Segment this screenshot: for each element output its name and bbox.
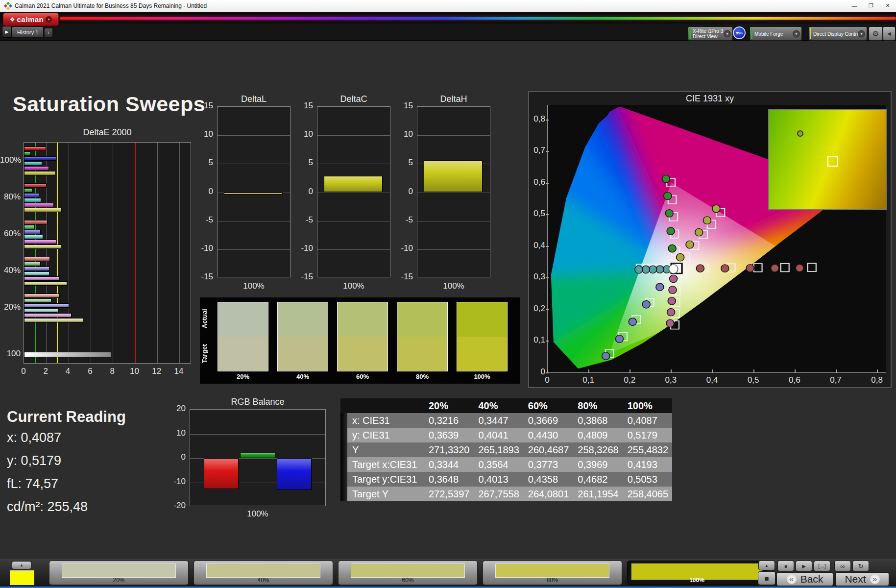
cie-measured-yellow-100	[712, 205, 720, 212]
table-cell: 261,1954	[573, 487, 622, 501]
continuous-measure-button[interactable]: [→]	[814, 561, 830, 571]
maximize-button[interactable]: ❐	[863, 0, 879, 11]
current-reading-x: x: 0,4087	[7, 430, 61, 445]
cie1931-title: CIE 1931 xy	[529, 94, 891, 104]
cie-y-tick-0,1: 0,1	[530, 335, 545, 345]
patch-thumb-80%[interactable]: 80%	[483, 561, 622, 585]
gridline	[218, 164, 290, 164]
deltaC-y-axis: 151050-5-10-15	[296, 106, 315, 277]
patch-thumb-20%[interactable]: 20%	[49, 561, 189, 585]
calman-app-window: { "window": {"title": "Calman 2021 Calma…	[0, 0, 896, 588]
infinite-repeat-button[interactable]: ∞	[834, 561, 851, 571]
cie-x-tick-0,2: 0,2	[621, 375, 638, 385]
cie-measured-green-100	[662, 175, 670, 182]
deltae-bar-blue-60%	[24, 230, 41, 234]
patch-popup-button[interactable]: ▲	[12, 561, 31, 569]
swatch-actual-100%	[457, 302, 507, 337]
patch-thumb-label-20%: 20%	[49, 577, 188, 584]
swatch-actual-80%	[397, 302, 447, 337]
cie-y-tick-0,7: 0,7	[530, 146, 545, 155]
display-control-dropdown[interactable]: Direct Display Control ▼	[808, 26, 867, 41]
current-reading-title: Current Reading	[7, 408, 126, 426]
current-patch-swatch[interactable]	[10, 570, 34, 585]
cie-measured-green-20	[668, 245, 676, 252]
table-cell: 0,5053	[623, 472, 672, 487]
table-cell: 264,0801	[523, 487, 573, 501]
table-left-strip	[340, 398, 347, 413]
table-row-Target y:CIE31: Target y:CIE310,36480,40130,43580,46820,…	[340, 472, 672, 487]
gridline	[113, 143, 113, 363]
patch-thumb-100%[interactable]: 100%	[627, 561, 767, 585]
cie-y-tick-0,2: 0,2	[530, 304, 545, 314]
app-diamond-icon	[4, 2, 12, 10]
calman-menu-button[interactable]: ❖ calman ▼	[3, 13, 59, 26]
source-select-dropdown[interactable]: Mobile Forge ▼	[750, 26, 802, 41]
table-cell: 0,3344	[424, 457, 473, 472]
deltae-bar-blue-80%	[24, 193, 39, 197]
cie-target-red-80	[781, 264, 789, 272]
pattern-popup-button[interactable]: ▲	[758, 561, 775, 570]
table-cell: 0,3447	[473, 413, 523, 428]
stop-icon: ■	[784, 564, 787, 569]
gridline	[417, 135, 490, 136]
chevron-down-icon: ▼	[724, 30, 731, 37]
deltae-bar-red-60%	[24, 220, 48, 224]
table-cell: 260,4687	[523, 442, 573, 457]
table-row-Y: Y271,3320265,1893260,4687258,3268255,483…	[340, 442, 672, 457]
cie-measured-red-40	[721, 265, 729, 272]
loop-button[interactable]: ↻	[852, 561, 869, 571]
back-button[interactable]: « Back	[776, 572, 833, 586]
swatch-label-60%: 60%	[337, 373, 388, 380]
deltae-bar-green-40%	[24, 262, 41, 266]
cie-y-tick-0: 0	[530, 367, 545, 377]
collapse-panel-button[interactable]: ◀	[883, 26, 896, 41]
stop-button[interactable]: ■	[777, 561, 794, 571]
gridline	[91, 143, 91, 363]
meter-select-dropdown[interactable]: X-Rite i1Pro 3 Direct View ▼	[688, 26, 733, 41]
play-button[interactable]: ▶	[796, 561, 812, 571]
deltaH-x-label: 100%	[417, 281, 490, 291]
deltaH-chart: DeltaH 151050-5-10-15 100%	[396, 93, 494, 299]
cie-measured-green-40	[667, 227, 675, 235]
source-name: Mobile Forge	[754, 31, 783, 36]
gridline	[317, 164, 390, 164]
deltae-bar-blue-100%	[24, 156, 56, 161]
display-status-strip	[810, 28, 811, 39]
close-button[interactable]: ✕	[879, 0, 896, 11]
minimize-button[interactable]: —	[846, 0, 863, 11]
cie-y-tick-0,6: 0,6	[530, 177, 545, 187]
patch-thumb-40%[interactable]: 40%	[194, 561, 333, 585]
column-header-blank	[347, 398, 424, 413]
deltae-bar-blue-20%	[24, 303, 69, 308]
next-label: Next	[845, 573, 866, 585]
axis-tick-label: -20	[169, 501, 186, 511]
gridline	[417, 193, 490, 193]
next-button[interactable]: Next »	[835, 572, 889, 586]
deltae-bar-yellow-20%	[24, 318, 83, 322]
patch-thumb-60%[interactable]: 60%	[338, 561, 478, 585]
deltae-bar-cyan-80%	[24, 198, 41, 202]
inset-measured-point	[797, 130, 803, 137]
deltaL-chart: DeltaL 151050-5-10-15 100%	[196, 93, 294, 299]
deltaC-plot	[317, 106, 390, 277]
rgbbalance-bar-red	[204, 458, 239, 489]
axis-tick-label: -15	[396, 272, 413, 282]
deltaH-plot	[417, 106, 490, 277]
spectrum-divider	[60, 17, 896, 20]
deltae-bar-magenta-80%	[24, 203, 54, 207]
swatch-target-60%	[338, 337, 387, 371]
axis-tick-label: 20	[169, 404, 186, 414]
cie-measured-yellow-20	[677, 253, 684, 261]
pattern-window-button[interactable]: ■	[758, 571, 775, 585]
table-cell: 0,3669	[523, 413, 573, 428]
axis-tick-label: 8	[105, 367, 120, 376]
meter-mode: Direct View	[693, 34, 717, 39]
table-left-strip	[340, 472, 347, 487]
deltae-bar-yellow-40%	[24, 281, 67, 286]
run-measurement-button[interactable]: ▶	[2, 26, 12, 38]
settings-button[interactable]: ⚙	[869, 26, 883, 41]
rgb-balance-plot	[190, 409, 326, 506]
add-tab-button[interactable]: +	[44, 28, 53, 38]
deltae-bar-magenta-100%	[24, 166, 49, 171]
tab-history-1[interactable]: History 1	[12, 26, 44, 38]
